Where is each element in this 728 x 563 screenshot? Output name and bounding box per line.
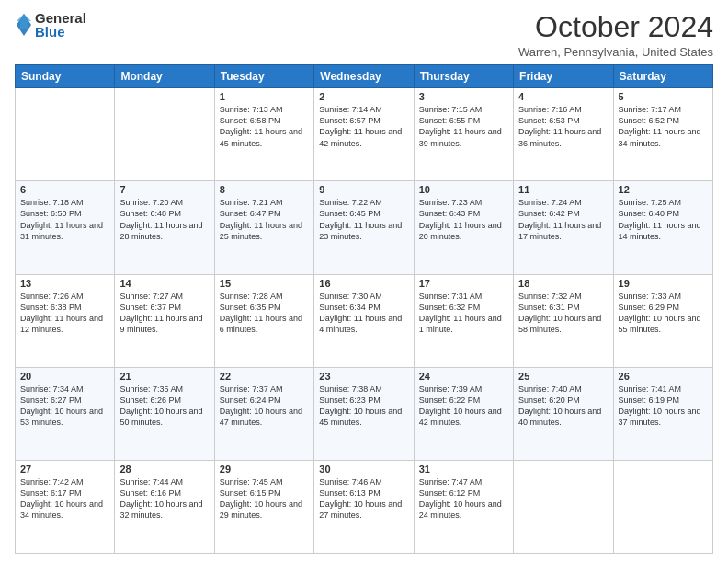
calendar-cell: 3Sunrise: 7:15 AMSunset: 6:55 PMDaylight…	[414, 88, 513, 181]
day-number: 8	[220, 184, 309, 195]
col-thursday: Thursday	[414, 65, 513, 88]
day-info: Sunrise: 7:45 AMSunset: 6:15 PMDaylight:…	[220, 477, 309, 522]
day-number: 15	[220, 278, 309, 289]
calendar-cell: 17Sunrise: 7:31 AMSunset: 6:32 PMDayligh…	[414, 274, 513, 367]
calendar-cell	[613, 460, 712, 553]
day-info: Sunrise: 7:33 AMSunset: 6:29 PMDaylight:…	[619, 291, 708, 336]
calendar-cell: 8Sunrise: 7:21 AMSunset: 6:47 PMDaylight…	[214, 181, 313, 274]
day-info: Sunrise: 7:40 AMSunset: 6:20 PMDaylight:…	[518, 384, 608, 429]
day-number: 28	[119, 464, 209, 475]
calendar-header-row: Sunday Monday Tuesday Wednesday Thursday…	[16, 65, 713, 88]
day-number: 1	[220, 91, 309, 102]
day-info: Sunrise: 7:17 AMSunset: 6:52 PMDaylight:…	[619, 104, 708, 149]
day-number: 22	[220, 371, 309, 382]
col-sunday: Sunday	[16, 65, 115, 88]
day-number: 23	[319, 371, 408, 382]
col-saturday: Saturday	[613, 65, 712, 88]
day-number: 6	[20, 184, 109, 195]
calendar-cell: 22Sunrise: 7:37 AMSunset: 6:24 PMDayligh…	[214, 367, 313, 460]
calendar-cell: 15Sunrise: 7:28 AMSunset: 6:35 PMDayligh…	[214, 274, 313, 367]
calendar-week-3: 13Sunrise: 7:26 AMSunset: 6:38 PMDayligh…	[16, 274, 713, 367]
calendar-week-1: 1Sunrise: 7:13 AMSunset: 6:58 PMDaylight…	[16, 88, 713, 181]
calendar-cell: 2Sunrise: 7:14 AMSunset: 6:57 PMDaylight…	[314, 88, 414, 181]
day-info: Sunrise: 7:21 AMSunset: 6:47 PMDaylight:…	[220, 197, 309, 242]
day-number: 30	[319, 464, 408, 475]
col-tuesday: Tuesday	[214, 65, 313, 88]
calendar-cell: 27Sunrise: 7:42 AMSunset: 6:17 PMDayligh…	[16, 460, 115, 553]
day-info: Sunrise: 7:23 AMSunset: 6:43 PMDaylight:…	[419, 197, 508, 242]
day-number: 29	[220, 464, 309, 475]
title-area: October 2024 Warren, Pennsylvania, Unite…	[518, 11, 713, 59]
day-info: Sunrise: 7:14 AMSunset: 6:57 PMDaylight:…	[319, 104, 408, 149]
day-info: Sunrise: 7:34 AMSunset: 6:27 PMDaylight:…	[20, 384, 109, 429]
calendar-cell: 25Sunrise: 7:40 AMSunset: 6:20 PMDayligh…	[514, 367, 613, 460]
calendar-cell: 11Sunrise: 7:24 AMSunset: 6:42 PMDayligh…	[514, 181, 613, 274]
col-wednesday: Wednesday	[314, 65, 414, 88]
calendar-cell: 6Sunrise: 7:18 AMSunset: 6:50 PMDaylight…	[16, 181, 115, 274]
header: General Blue October 2024 Warren, Pennsy…	[15, 11, 713, 59]
day-info: Sunrise: 7:27 AMSunset: 6:37 PMDaylight:…	[119, 291, 209, 336]
calendar-week-4: 20Sunrise: 7:34 AMSunset: 6:27 PMDayligh…	[16, 367, 713, 460]
day-info: Sunrise: 7:16 AMSunset: 6:53 PMDaylight:…	[518, 104, 608, 149]
calendar: Sunday Monday Tuesday Wednesday Thursday…	[15, 64, 713, 554]
day-number: 9	[319, 184, 408, 195]
calendar-cell: 30Sunrise: 7:46 AMSunset: 6:13 PMDayligh…	[314, 460, 414, 553]
day-number: 27	[20, 464, 109, 475]
calendar-cell: 13Sunrise: 7:26 AMSunset: 6:38 PMDayligh…	[16, 274, 115, 367]
calendar-week-2: 6Sunrise: 7:18 AMSunset: 6:50 PMDaylight…	[16, 181, 713, 274]
location: Warren, Pennsylvania, United States	[518, 45, 713, 59]
day-number: 3	[419, 91, 508, 102]
month-title: October 2024	[518, 11, 713, 43]
calendar-cell: 31Sunrise: 7:47 AMSunset: 6:12 PMDayligh…	[414, 460, 513, 553]
day-number: 14	[119, 278, 209, 289]
day-info: Sunrise: 7:31 AMSunset: 6:32 PMDaylight:…	[419, 291, 508, 336]
logo-text: General Blue	[35, 11, 86, 39]
day-number: 10	[419, 184, 508, 195]
day-info: Sunrise: 7:30 AMSunset: 6:34 PMDaylight:…	[319, 291, 408, 336]
day-info: Sunrise: 7:44 AMSunset: 6:16 PMDaylight:…	[119, 477, 209, 522]
day-info: Sunrise: 7:22 AMSunset: 6:45 PMDaylight:…	[319, 197, 408, 242]
day-number: 11	[518, 184, 608, 195]
logo-icon	[15, 12, 33, 38]
day-number: 2	[319, 91, 408, 102]
day-info: Sunrise: 7:38 AMSunset: 6:23 PMDaylight:…	[319, 384, 408, 429]
day-info: Sunrise: 7:18 AMSunset: 6:50 PMDaylight:…	[20, 197, 109, 242]
calendar-cell: 1Sunrise: 7:13 AMSunset: 6:58 PMDaylight…	[214, 88, 313, 181]
calendar-cell: 24Sunrise: 7:39 AMSunset: 6:22 PMDayligh…	[414, 367, 513, 460]
calendar-cell: 23Sunrise: 7:38 AMSunset: 6:23 PMDayligh…	[314, 367, 414, 460]
calendar-cell: 16Sunrise: 7:30 AMSunset: 6:34 PMDayligh…	[314, 274, 414, 367]
calendar-cell: 10Sunrise: 7:23 AMSunset: 6:43 PMDayligh…	[414, 181, 513, 274]
calendar-cell: 28Sunrise: 7:44 AMSunset: 6:16 PMDayligh…	[115, 460, 214, 553]
day-info: Sunrise: 7:24 AMSunset: 6:42 PMDaylight:…	[518, 197, 608, 242]
day-info: Sunrise: 7:47 AMSunset: 6:12 PMDaylight:…	[419, 477, 508, 522]
day-info: Sunrise: 7:13 AMSunset: 6:58 PMDaylight:…	[220, 104, 309, 149]
calendar-cell: 12Sunrise: 7:25 AMSunset: 6:40 PMDayligh…	[613, 181, 712, 274]
day-info: Sunrise: 7:25 AMSunset: 6:40 PMDaylight:…	[619, 197, 708, 242]
logo-general: General	[35, 11, 86, 25]
calendar-cell: 4Sunrise: 7:16 AMSunset: 6:53 PMDaylight…	[514, 88, 613, 181]
page: General Blue October 2024 Warren, Pennsy…	[0, 0, 728, 563]
day-number: 20	[20, 371, 109, 382]
day-info: Sunrise: 7:42 AMSunset: 6:17 PMDaylight:…	[20, 477, 109, 522]
day-number: 25	[518, 371, 608, 382]
calendar-cell: 9Sunrise: 7:22 AMSunset: 6:45 PMDaylight…	[314, 181, 414, 274]
day-info: Sunrise: 7:39 AMSunset: 6:22 PMDaylight:…	[419, 384, 508, 429]
day-number: 24	[419, 371, 508, 382]
calendar-cell	[16, 88, 115, 181]
calendar-cell: 18Sunrise: 7:32 AMSunset: 6:31 PMDayligh…	[514, 274, 613, 367]
day-number: 26	[619, 371, 708, 382]
day-info: Sunrise: 7:28 AMSunset: 6:35 PMDaylight:…	[220, 291, 309, 336]
calendar-cell: 20Sunrise: 7:34 AMSunset: 6:27 PMDayligh…	[16, 367, 115, 460]
day-info: Sunrise: 7:37 AMSunset: 6:24 PMDaylight:…	[220, 384, 309, 429]
calendar-cell: 19Sunrise: 7:33 AMSunset: 6:29 PMDayligh…	[613, 274, 712, 367]
logo: General Blue	[15, 11, 86, 39]
day-number: 31	[419, 464, 508, 475]
day-number: 12	[619, 184, 708, 195]
day-number: 17	[419, 278, 508, 289]
calendar-cell	[115, 88, 214, 181]
day-info: Sunrise: 7:15 AMSunset: 6:55 PMDaylight:…	[419, 104, 508, 149]
calendar-cell: 5Sunrise: 7:17 AMSunset: 6:52 PMDaylight…	[613, 88, 712, 181]
calendar-cell: 7Sunrise: 7:20 AMSunset: 6:48 PMDaylight…	[115, 181, 214, 274]
day-number: 21	[119, 371, 209, 382]
logo-blue: Blue	[35, 25, 86, 39]
